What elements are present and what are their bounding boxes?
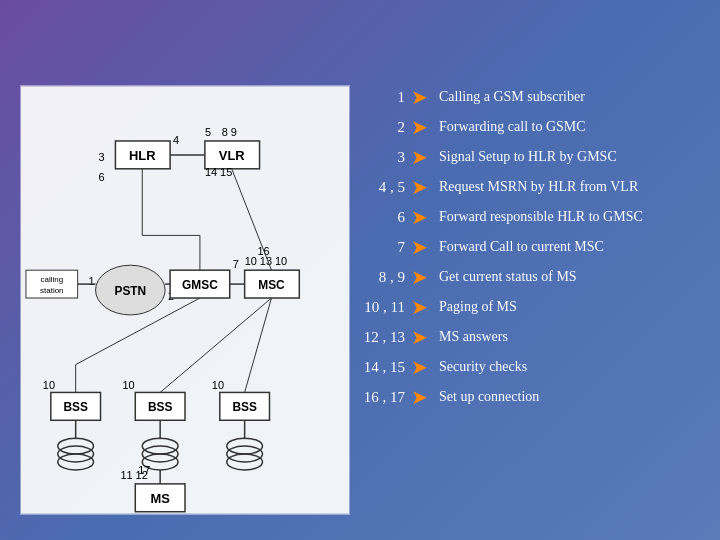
step-row: 8 , 9➤Get current status of MS bbox=[360, 265, 710, 289]
step-description: Get current status of MS bbox=[439, 269, 577, 285]
step-number: 12 , 13 bbox=[360, 329, 405, 346]
step-row: 1➤Calling a GSM subscriber bbox=[360, 85, 710, 109]
svg-text:1: 1 bbox=[89, 275, 95, 287]
step-description: Forwarding call to GSMC bbox=[439, 119, 586, 135]
step-arrow-icon: ➤ bbox=[411, 205, 433, 229]
step-row: 7➤Forward Call to current MSC bbox=[360, 235, 710, 259]
svg-text:17: 17 bbox=[138, 464, 150, 476]
step-row: 10 , 11➤Paging of MS bbox=[360, 295, 710, 319]
step-number: 2 bbox=[360, 119, 405, 136]
step-row: 4 , 5➤Request MSRN by HLR from VLR bbox=[360, 175, 710, 199]
svg-text:5: 5 bbox=[205, 126, 211, 138]
step-description: Forward responsible HLR to GMSC bbox=[439, 209, 643, 225]
svg-text:10: 10 bbox=[122, 379, 134, 391]
step-number: 10 , 11 bbox=[360, 299, 405, 316]
svg-text:station: station bbox=[40, 286, 63, 295]
step-description: Security checks bbox=[439, 359, 527, 375]
svg-text:HLR: HLR bbox=[129, 148, 156, 163]
svg-text:PSTN: PSTN bbox=[114, 284, 146, 298]
svg-rect-0 bbox=[21, 86, 349, 513]
svg-text:BSS: BSS bbox=[63, 400, 88, 414]
step-row: 2➤Forwarding call to GSMC bbox=[360, 115, 710, 139]
svg-text:GMSC: GMSC bbox=[182, 278, 218, 292]
step-row: 16 , 17➤Set up connection bbox=[360, 385, 710, 409]
step-number: 8 , 9 bbox=[360, 269, 405, 286]
steps-list: 1➤Calling a GSM subscriber2➤Forwarding c… bbox=[360, 85, 710, 409]
svg-text:BSS: BSS bbox=[232, 400, 257, 414]
step-description: Calling a GSM subscriber bbox=[439, 89, 585, 105]
step-arrow-icon: ➤ bbox=[411, 385, 433, 409]
svg-text:MSC: MSC bbox=[258, 278, 285, 292]
step-description: Set up connection bbox=[439, 389, 539, 405]
svg-text:VLR: VLR bbox=[219, 148, 245, 163]
step-number: 7 bbox=[360, 239, 405, 256]
svg-text:3: 3 bbox=[99, 151, 105, 163]
step-description: MS answers bbox=[439, 329, 508, 345]
svg-text:4: 4 bbox=[173, 134, 179, 146]
step-number: 16 , 17 bbox=[360, 389, 405, 406]
step-description: Paging of MS bbox=[439, 299, 517, 315]
svg-text:8  9: 8 9 bbox=[222, 126, 237, 138]
step-number: 6 bbox=[360, 209, 405, 226]
svg-text:BSS: BSS bbox=[148, 400, 173, 414]
svg-text:calling: calling bbox=[41, 275, 64, 284]
step-arrow-icon: ➤ bbox=[411, 115, 433, 139]
step-arrow-icon: ➤ bbox=[411, 265, 433, 289]
step-description: Forward Call to current MSC bbox=[439, 239, 604, 255]
svg-text:6: 6 bbox=[99, 171, 105, 183]
step-description: Request MSRN by HLR from VLR bbox=[439, 179, 638, 195]
step-row: 3➤Signal Setup to HLR by GMSC bbox=[360, 145, 710, 169]
step-arrow-icon: ➤ bbox=[411, 175, 433, 199]
step-arrow-icon: ➤ bbox=[411, 295, 433, 319]
step-row: 12 , 13➤MS answers bbox=[360, 325, 710, 349]
step-arrow-icon: ➤ bbox=[411, 85, 433, 109]
svg-text:10: 10 bbox=[212, 379, 224, 391]
network-diagram: HLR 4 VLR 5 8 9 14 15 3 6 calling statio… bbox=[20, 85, 350, 515]
svg-text:7: 7 bbox=[233, 258, 239, 270]
step-row: 14 , 15➤Security checks bbox=[360, 355, 710, 379]
svg-text:MS: MS bbox=[150, 491, 170, 506]
step-number: 1 bbox=[360, 89, 405, 106]
svg-text:14 15: 14 15 bbox=[205, 166, 232, 178]
step-row: 6➤Forward responsible HLR to GMSC bbox=[360, 205, 710, 229]
step-arrow-icon: ➤ bbox=[411, 325, 433, 349]
step-arrow-icon: ➤ bbox=[411, 235, 433, 259]
step-arrow-icon: ➤ bbox=[411, 145, 433, 169]
step-description: Signal Setup to HLR by GMSC bbox=[439, 149, 617, 165]
step-number: 14 , 15 bbox=[360, 359, 405, 376]
step-number: 4 , 5 bbox=[360, 179, 405, 196]
svg-text:10: 10 bbox=[43, 379, 55, 391]
step-number: 3 bbox=[360, 149, 405, 166]
step-arrow-icon: ➤ bbox=[411, 355, 433, 379]
